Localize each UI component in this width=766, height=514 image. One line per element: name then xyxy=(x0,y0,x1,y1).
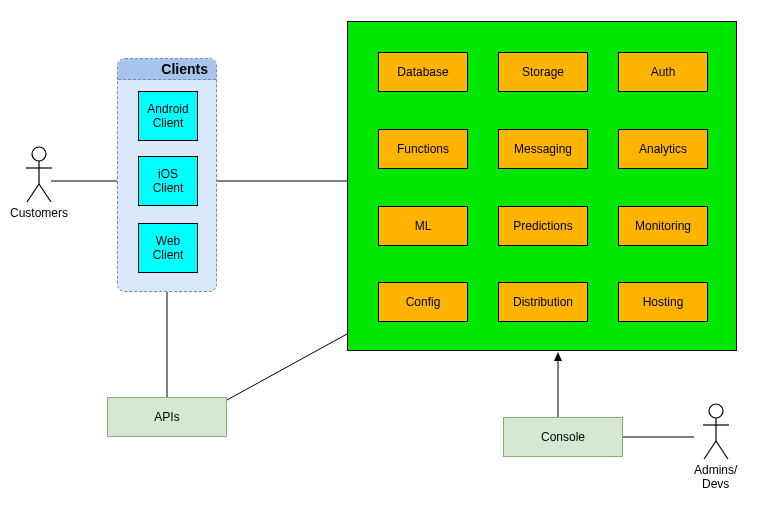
svg-line-11 xyxy=(39,184,51,202)
svg-point-12 xyxy=(709,404,723,418)
server-box: Database Storage Auth Functions Messagin… xyxy=(347,21,737,351)
svg-point-7 xyxy=(32,147,46,161)
clients-header: Clients xyxy=(118,59,216,80)
actor-admins: Admins/Devs xyxy=(694,403,737,491)
service-messaging-label: Messaging xyxy=(514,142,572,156)
apis-label: APIs xyxy=(154,410,179,424)
service-distribution: Distribution xyxy=(498,282,588,322)
client-ios-label: iOSClient xyxy=(153,167,184,196)
service-ml-label: ML xyxy=(415,219,432,233)
apis-box: APIs xyxy=(107,397,227,437)
service-auth-label: Auth xyxy=(651,65,676,79)
service-analytics-label: Analytics xyxy=(639,142,687,156)
service-monitoring-label: Monitoring xyxy=(635,219,691,233)
client-android-label: AndroidClient xyxy=(147,102,188,131)
service-functions: Functions xyxy=(378,129,468,169)
service-ml: ML xyxy=(378,206,468,246)
service-database-label: Database xyxy=(397,65,448,79)
client-ios: iOSClient xyxy=(138,156,198,206)
client-android: AndroidClient xyxy=(138,91,198,141)
service-auth: Auth xyxy=(618,52,708,92)
clients-container: Clients AndroidClient iOSClient WebClien… xyxy=(117,58,217,292)
service-hosting-label: Hosting xyxy=(643,295,684,309)
service-monitoring: Monitoring xyxy=(618,206,708,246)
service-analytics: Analytics xyxy=(618,129,708,169)
service-functions-label: Functions xyxy=(397,142,449,156)
service-distribution-label: Distribution xyxy=(513,295,573,309)
service-predictions-label: Predictions xyxy=(513,219,572,233)
svg-line-3 xyxy=(227,334,347,400)
service-config: Config xyxy=(378,282,468,322)
svg-marker-6 xyxy=(554,352,562,361)
service-predictions: Predictions xyxy=(498,206,588,246)
actor-customers-label: Customers xyxy=(10,206,68,220)
service-database: Database xyxy=(378,52,468,92)
actor-customers: Customers xyxy=(10,146,68,220)
svg-line-15 xyxy=(704,441,716,459)
svg-line-10 xyxy=(27,184,39,202)
svg-line-16 xyxy=(716,441,728,459)
console-box: Console xyxy=(503,417,623,457)
service-storage-label: Storage xyxy=(522,65,564,79)
client-web: WebClient xyxy=(138,223,198,273)
service-storage: Storage xyxy=(498,52,588,92)
console-label: Console xyxy=(541,430,585,444)
client-web-label: WebClient xyxy=(153,234,184,263)
service-config-label: Config xyxy=(406,295,441,309)
service-messaging: Messaging xyxy=(498,129,588,169)
service-hosting: Hosting xyxy=(618,282,708,322)
actor-admins-label: Admins/Devs xyxy=(694,463,737,491)
